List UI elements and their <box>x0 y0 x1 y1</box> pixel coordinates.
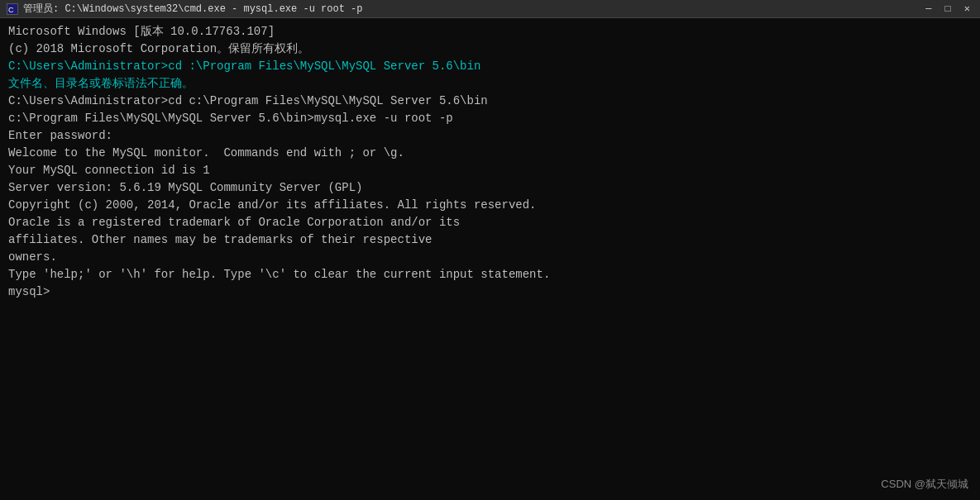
watermark: CSDN @弑天倾城 <box>881 476 968 493</box>
terminal-line: Microsoft Windows [版本 10.0.17763.107] <box>8 23 972 40</box>
terminal-line: Welcome to the MySQL monitor. Commands e… <box>8 145 972 162</box>
terminal-body: Microsoft Windows [版本 10.0.17763.107](c)… <box>0 18 980 500</box>
terminal-line: C:\Users\Administrator>cd :\Program File… <box>8 58 972 75</box>
terminal-line: Enter password: <box>8 127 972 145</box>
terminal-line: affiliates. Other names may be trademark… <box>8 231 972 249</box>
terminal-line: c:\Program Files\MySQL\MySQL Server 5.6\… <box>8 110 972 127</box>
close-button[interactable]: ✕ <box>961 2 973 15</box>
window-title: 管理员: C:\Windows\system32\cmd.exe - mysql… <box>23 2 362 16</box>
terminal-line: Oracle is a registered trademark of Orac… <box>8 214 972 231</box>
terminal-line: (c) 2018 Microsoft Corporation。保留所有权利。 <box>8 40 972 58</box>
title-bar: C 管理员: C:\Windows\system32\cmd.exe - mys… <box>0 0 980 18</box>
terminal-line: Server version: 5.6.19 MySQL Community S… <box>8 179 972 197</box>
terminal-line: C:\Users\Administrator>cd c:\Program Fil… <box>8 93 972 110</box>
terminal-line: 文件名、目录名或卷标语法不正确。 <box>8 75 972 93</box>
minimize-button[interactable]: — <box>922 3 935 15</box>
terminal-output: Microsoft Windows [版本 10.0.17763.107](c)… <box>8 23 972 301</box>
terminal-line: owners. <box>8 249 972 266</box>
terminal-line: mysql> <box>8 283 972 301</box>
cmd-icon: C <box>7 3 18 15</box>
terminal-line: Your MySQL connection id is 1 <box>8 162 972 179</box>
terminal-line: Copyright (c) 2000, 2014, Oracle and/or … <box>8 197 972 214</box>
svg-text:C: C <box>8 6 14 14</box>
terminal-line: Type 'help;' or '\h' for help. Type '\c'… <box>8 266 972 283</box>
maximize-button[interactable]: □ <box>942 3 954 15</box>
title-bar-left: C 管理员: C:\Windows\system32\cmd.exe - mys… <box>7 2 362 16</box>
window-controls: — □ ✕ <box>922 2 973 15</box>
